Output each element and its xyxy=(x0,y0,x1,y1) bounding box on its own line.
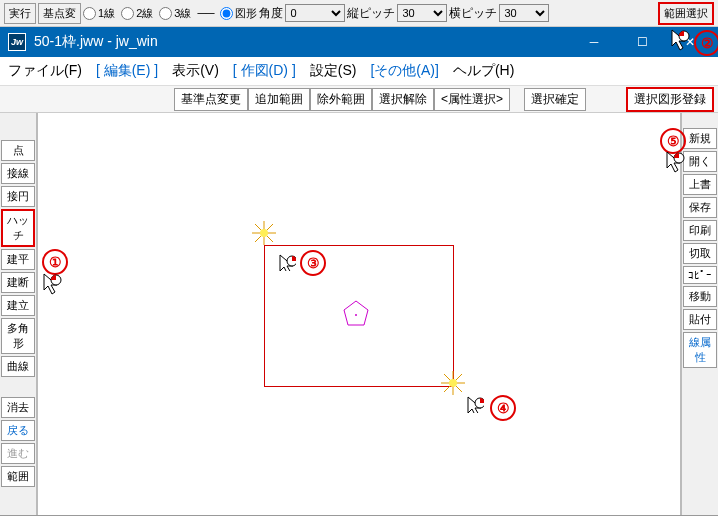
tool-copy[interactable]: ｺﾋﾟｰ xyxy=(683,266,717,284)
drawing-canvas[interactable] xyxy=(38,113,680,515)
tool-tangent[interactable]: 接線 xyxy=(1,163,35,184)
tool-overwrite[interactable]: 上書 xyxy=(683,174,717,195)
mouse-icon xyxy=(278,253,296,271)
tool-tancircle[interactable]: 接円 xyxy=(1,186,35,207)
vpitch-label: 縦ピッチ xyxy=(347,5,395,22)
register-button[interactable]: 選択図形登録 xyxy=(626,87,714,112)
tool-erase[interactable]: 消去 xyxy=(1,397,35,418)
menu-draw[interactable]: [ 作図(D) ] xyxy=(233,62,296,80)
basechange-button[interactable]: 基準点変更 xyxy=(174,88,248,111)
tool-point[interactable]: 点 xyxy=(1,140,35,161)
menu-view[interactable]: 表示(V) xyxy=(172,62,219,80)
badge-4: ④ xyxy=(490,395,516,421)
mouse-icon xyxy=(670,28,690,52)
basepoint-button[interactable]: 基点変 xyxy=(38,3,81,24)
tool-range[interactable]: 範囲 xyxy=(1,466,35,487)
badge-3: ③ xyxy=(300,250,326,276)
pentagon-shape xyxy=(341,299,371,329)
maximize-button[interactable]: ☐ xyxy=(622,28,662,56)
star-icon xyxy=(441,371,465,395)
angle-label: 角度 xyxy=(259,5,283,22)
tool-save[interactable]: 保存 xyxy=(683,197,717,218)
tool-paste[interactable]: 貼付 xyxy=(683,309,717,330)
mouse-icon xyxy=(42,272,62,296)
radio-1line[interactable]: 1線 xyxy=(83,6,115,21)
hpitch-combo[interactable]: 30 xyxy=(499,4,549,22)
radio-2line[interactable]: 2線 xyxy=(121,6,153,21)
star-icon xyxy=(252,221,276,245)
app-icon: Jw xyxy=(8,33,26,51)
mouse-icon xyxy=(665,150,685,174)
confirm-button[interactable]: 選択確定 xyxy=(524,88,586,111)
deselect-button[interactable]: 選択解除 xyxy=(372,88,434,111)
radio-shape[interactable]: 図形 xyxy=(220,6,257,21)
dash-icon: ── xyxy=(197,6,214,20)
tool-poly[interactable]: 多角形 xyxy=(1,318,35,354)
svg-marker-0 xyxy=(344,301,368,325)
line-mode-radios: 1線 2線 3線 ── 図形 xyxy=(83,6,257,21)
tool-curve[interactable]: 曲線 xyxy=(1,356,35,377)
tool-new[interactable]: 新規 xyxy=(683,128,717,149)
right-toolbar: 新規 開く 上書 保存 印刷 切取 ｺﾋﾟｰ 移動 貼付 線属性 xyxy=(680,113,718,515)
tool-open[interactable]: 開く xyxy=(683,151,717,172)
exclrange-button[interactable]: 除外範囲 xyxy=(310,88,372,111)
svg-point-11 xyxy=(449,379,457,387)
radio-3line[interactable]: 3線 xyxy=(159,6,191,21)
minimize-button[interactable]: ─ xyxy=(574,28,614,56)
vpitch-combo[interactable]: 30 xyxy=(397,4,447,22)
tool-forward[interactable]: 進む xyxy=(1,443,35,464)
svg-point-6 xyxy=(260,229,268,237)
status-bar: 追加・除外図形指示 線・円・点(L)、文字(R)、連続線[Shift]+(R) … xyxy=(0,515,718,520)
menu-file[interactable]: ファイル(F) xyxy=(8,62,82,80)
hpitch-label: 横ピッチ xyxy=(449,5,497,22)
tool-plan[interactable]: 建平 xyxy=(1,249,35,270)
tool-section[interactable]: 建断 xyxy=(1,272,35,293)
range-select-button[interactable]: 範囲選択 xyxy=(658,2,714,25)
run-button[interactable]: 実行 xyxy=(4,3,36,24)
tool-lineattr[interactable]: 線属性 xyxy=(683,332,717,368)
window-title: 50-1枠.jww - jw_win xyxy=(34,33,566,51)
left-toolbar: 点 接線 接円 ハッチ 建平 建断 建立 多角形 曲線 消去 戻る 進む 範囲 xyxy=(0,113,38,515)
menu-bar: ファイル(F) [ 編集(E) ] 表示(V) [ 作図(D) ] 設定(S) … xyxy=(0,57,718,86)
tool-move[interactable]: 移動 xyxy=(683,286,717,307)
angle-combo[interactable]: 0 xyxy=(285,4,345,22)
menu-edit[interactable]: [ 編集(E) ] xyxy=(96,62,158,80)
selection-toolbar: 基準点変更 追加範囲 除外範囲 選択解除 <属性選択> 選択確定 選択図形登録 xyxy=(0,86,718,113)
tool-elev[interactable]: 建立 xyxy=(1,295,35,316)
options-bar: 実行 基点変 1線 2線 3線 ── 図形 角度 0 縦ピッチ 30 横ピッチ … xyxy=(0,0,718,27)
main-area: 点 接線 接円 ハッチ 建平 建断 建立 多角形 曲線 消去 戻る 進む 範囲 … xyxy=(0,113,718,515)
menu-settings[interactable]: 設定(S) xyxy=(310,62,357,80)
mouse-icon xyxy=(466,395,484,413)
title-bar: Jw 50-1枠.jww - jw_win ─ ☐ ✕ xyxy=(0,27,718,57)
tool-hatch[interactable]: ハッチ xyxy=(1,209,35,247)
tool-print[interactable]: 印刷 xyxy=(683,220,717,241)
badge-2: ② xyxy=(694,30,718,56)
addrange-button[interactable]: 追加範囲 xyxy=(248,88,310,111)
menu-other[interactable]: [その他(A)] xyxy=(370,62,438,80)
tool-cut[interactable]: 切取 xyxy=(683,243,717,264)
menu-help[interactable]: ヘルプ(H) xyxy=(453,62,514,80)
tool-back[interactable]: 戻る xyxy=(1,420,35,441)
svg-point-1 xyxy=(355,314,357,316)
attrselect-button[interactable]: <属性選択> xyxy=(434,88,510,111)
